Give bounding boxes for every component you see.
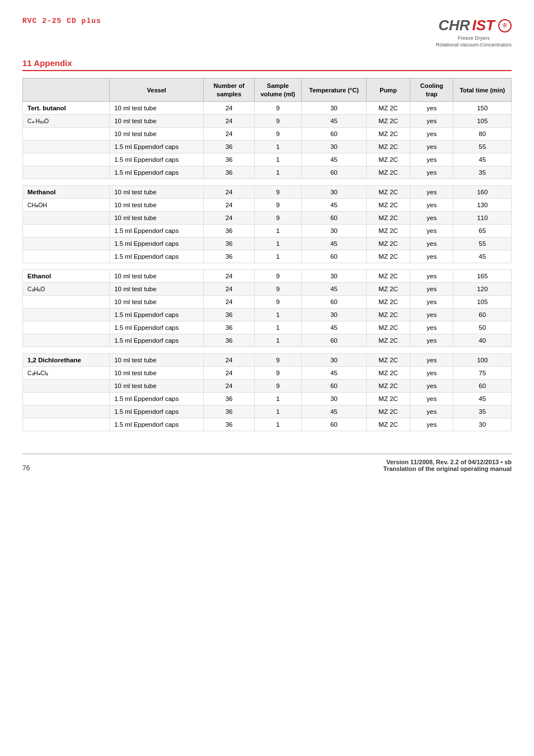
cell-cooling: yes (410, 334, 453, 347)
table-row: Ethanol10 ml test tube24930MZ 2Cyes165 (23, 269, 512, 282)
cell-chemical (23, 127, 110, 140)
cell-vessel: 10 ml test tube (110, 101, 204, 114)
cell-chemical (23, 379, 110, 392)
cell-vessel: 1.5 ml Eppendorf caps (110, 308, 204, 321)
cell-volume: 1 (254, 418, 301, 431)
logo-chr-text: CHR (438, 17, 470, 34)
cell-chemical: CH₃OH (23, 198, 110, 211)
cell-temp: 30 (301, 353, 366, 366)
cell-temp: 30 (301, 392, 366, 405)
cell-chemical (23, 250, 110, 263)
cell-pump: MZ 2C (367, 295, 410, 308)
col-header-cooling: Cooling trap (410, 78, 453, 102)
cell-temp: 30 (301, 308, 366, 321)
cell-cooling: yes (410, 127, 453, 140)
cell-samples: 36 (204, 224, 255, 237)
cell-chemical (23, 166, 110, 179)
footer-version: Version 11/2008, Rev. 2.2 of 04/12/2013 … (383, 459, 512, 472)
cell-samples: 24 (204, 127, 255, 140)
col-header-temp: Temperature (°C) (301, 78, 366, 102)
col-header-pump: Pump (367, 78, 410, 102)
logo-ist-text: IST (472, 17, 495, 34)
cell-volume: 9 (254, 366, 301, 379)
cell-total: 35 (453, 166, 512, 179)
col-header-samples: Number of samples (204, 78, 255, 102)
cell-temp: 30 (301, 224, 366, 237)
cell-vessel: 10 ml test tube (110, 295, 204, 308)
cell-total: 65 (453, 224, 512, 237)
cell-volume: 1 (254, 153, 301, 166)
cell-chemical: 1,2 Dichlorethane (23, 353, 110, 366)
col-header-chemical (23, 78, 110, 102)
cell-vessel: 1.5 ml Eppendorf caps (110, 405, 204, 418)
table-header-row: Vessel Number of samples Sample volume (… (23, 78, 512, 102)
cell-chemical (23, 308, 110, 321)
table-row: 1.5 ml Eppendorf caps36160MZ 2Cyes45 (23, 250, 512, 263)
cell-temp: 60 (301, 211, 366, 224)
logo-area: CHRIST ® Freeze Dryers Rotational-Vacuum… (436, 17, 512, 48)
table-row: 1.5 ml Eppendorf caps36130MZ 2Cyes45 (23, 392, 512, 405)
cell-total: 110 (453, 211, 512, 224)
table-row: 10 ml test tube24960MZ 2Cyes105 (23, 295, 512, 308)
cell-vessel: 10 ml test tube (110, 269, 204, 282)
cell-samples: 24 (204, 185, 255, 198)
cell-pump: MZ 2C (367, 379, 410, 392)
table-row: C₂H₆O10 ml test tube24945MZ 2Cyes120 (23, 282, 512, 295)
cell-temp: 30 (301, 269, 366, 282)
cell-cooling: yes (410, 366, 453, 379)
cell-chemical (23, 405, 110, 418)
cell-samples: 24 (204, 282, 255, 295)
cell-temp: 45 (301, 198, 366, 211)
cell-pump: MZ 2C (367, 127, 410, 140)
cell-samples: 24 (204, 295, 255, 308)
cell-samples: 24 (204, 379, 255, 392)
cell-pump: MZ 2C (367, 140, 410, 153)
cell-samples: 36 (204, 418, 255, 431)
table-row: 10 ml test tube24960MZ 2Cyes60 (23, 379, 512, 392)
cell-volume: 1 (254, 250, 301, 263)
cell-samples: 36 (204, 140, 255, 153)
cell-cooling: yes (410, 224, 453, 237)
cell-pump: MZ 2C (367, 334, 410, 347)
table-row: 1.5 ml Eppendorf caps36145MZ 2Cyes55 (23, 237, 512, 250)
cell-temp: 45 (301, 114, 366, 127)
cell-cooling: yes (410, 295, 453, 308)
cell-volume: 9 (254, 282, 301, 295)
cell-volume: 1 (254, 140, 301, 153)
table-row: 10 ml test tube24960MZ 2Cyes80 (23, 127, 512, 140)
cell-pump: MZ 2C (367, 321, 410, 334)
chemical-name: Methanol (27, 189, 105, 195)
cell-cooling: yes (410, 185, 453, 198)
rvc-title: RVC 2-25 CD plus (22, 17, 101, 25)
table-row: 1.5 ml Eppendorf caps36130MZ 2Cyes60 (23, 308, 512, 321)
cell-samples: 36 (204, 237, 255, 250)
cell-volume: 1 (254, 334, 301, 347)
cell-vessel: 10 ml test tube (110, 127, 204, 140)
cell-cooling: yes (410, 237, 453, 250)
cell-volume: 1 (254, 405, 301, 418)
cell-total: 160 (453, 185, 512, 198)
cell-total: 45 (453, 392, 512, 405)
cell-total: 100 (453, 353, 512, 366)
col-header-total: Total time (min) (453, 78, 512, 102)
cell-samples: 36 (204, 405, 255, 418)
table-row: 1.5 ml Eppendorf caps36145MZ 2Cyes35 (23, 405, 512, 418)
cell-volume: 9 (254, 127, 301, 140)
cell-total: 60 (453, 379, 512, 392)
cell-volume: 1 (254, 392, 301, 405)
cell-cooling: yes (410, 308, 453, 321)
cell-vessel: 1.5 ml Eppendorf caps (110, 166, 204, 179)
table-row: 1.5 ml Eppendorf caps36160MZ 2Cyes35 (23, 166, 512, 179)
page-footer: 76 Version 11/2008, Rev. 2.2 of 04/12/20… (22, 454, 512, 472)
cell-temp: 60 (301, 295, 366, 308)
cell-cooling: yes (410, 418, 453, 431)
chemical-name: Ethanol (27, 273, 105, 279)
table-row: 1.5 ml Eppendorf caps36145MZ 2Cyes45 (23, 153, 512, 166)
cell-total: 35 (453, 405, 512, 418)
cell-vessel: 10 ml test tube (110, 185, 204, 198)
appendix-table: Vessel Number of samples Sample volume (… (22, 78, 512, 431)
logo: CHRIST ® (438, 17, 512, 34)
cell-volume: 1 (254, 224, 301, 237)
cell-cooling: yes (410, 392, 453, 405)
cell-volume: 1 (254, 308, 301, 321)
